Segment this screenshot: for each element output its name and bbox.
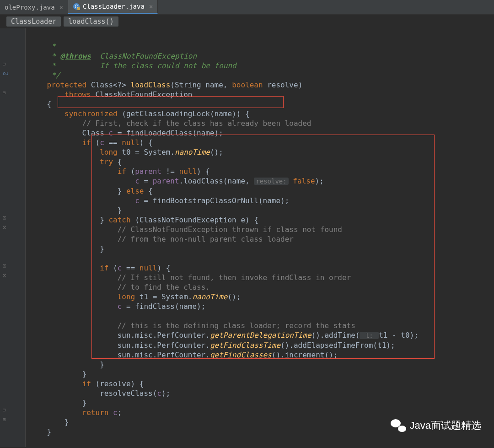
- variable: c: [100, 138, 104, 147]
- code-line: }: [47, 187, 126, 195]
- wechat-icon: [391, 419, 406, 432]
- code-line: }: [47, 206, 122, 215]
- tab-file-2[interactable]: C ClassLoader.java ×: [68, 0, 158, 14]
- java-class-icon: C: [73, 3, 80, 10]
- breadcrumb-method[interactable]: loadClass(): [64, 16, 118, 27]
- watermark: Java面试题精选: [391, 419, 481, 432]
- code-line: ==: [104, 138, 122, 147]
- fold-icon[interactable]: ⧖: [3, 272, 6, 278]
- keyword: if: [47, 379, 91, 388]
- code-line: (ClassNotFoundException e) {: [131, 216, 258, 224]
- fold-icon[interactable]: ⊟: [3, 90, 6, 96]
- code-line: {: [113, 157, 122, 166]
- method-italic: getParentDelegationTime: [210, 331, 311, 340]
- comment: // from the non-null parent class loader: [47, 235, 294, 243]
- code-line: sun.misc.PerfCounter.: [47, 351, 210, 359]
- code-line: }: [47, 418, 69, 426]
- code-line: = findBootstrapClassOrNull(name);: [140, 196, 290, 205]
- method-italic: getFindClassTime: [210, 341, 280, 350]
- code-line: =: [140, 177, 153, 185]
- keyword: synchronized: [47, 109, 118, 118]
- keyword: long: [47, 292, 135, 301]
- code-line: t1 - t0);: [379, 331, 419, 340]
- fold-icon[interactable]: ⊟: [3, 416, 6, 422]
- code-line: ClassNotFoundException: [91, 90, 193, 99]
- code-line: ) {: [140, 138, 153, 147]
- javadoc-tag: @throws: [60, 52, 91, 60]
- code-line: resolve): [263, 81, 303, 89]
- code-line: (: [108, 264, 117, 272]
- comment: // this is the defining class loader; re…: [47, 321, 355, 330]
- keyword: null: [179, 167, 197, 176]
- tab-label: ClassLoader.java: [83, 3, 145, 10]
- code-line: {: [144, 187, 152, 195]
- code-editor[interactable]: * * @throws ClassNotFoundException * If …: [26, 28, 494, 447]
- code-line: ().addTime(: [311, 331, 360, 340]
- field: parent: [153, 177, 179, 185]
- code-line: *: [47, 42, 56, 51]
- variable: c: [47, 302, 122, 311]
- code-line: }: [47, 370, 87, 378]
- code-line: {: [47, 100, 52, 108]
- inlay-hint: resolve:: [254, 178, 288, 185]
- code-line: ();: [210, 148, 223, 157]
- comment: // First, check if the class has already…: [47, 119, 311, 128]
- breadcrumb-bar: ClassLoader loadClass(): [0, 15, 494, 28]
- comment: // to find the class.: [47, 283, 210, 291]
- fold-icon[interactable]: ⊟: [3, 407, 6, 413]
- comment: // If still not found, then invoke findC…: [47, 273, 351, 282]
- tab-label: oleProxy.java: [5, 4, 55, 11]
- keyword: if: [47, 138, 91, 147]
- fold-icon[interactable]: ⊟: [3, 61, 6, 67]
- method-name: loadClass: [131, 81, 171, 89]
- code-line: );: [161, 389, 170, 398]
- code-line: *: [47, 52, 60, 60]
- code-line: ().increment();: [272, 351, 338, 359]
- keyword: null: [140, 264, 157, 272]
- fold-icon[interactable]: ⧖: [3, 263, 6, 269]
- inlay-hint: l:: [360, 332, 379, 339]
- code-line: ;: [118, 408, 122, 417]
- code-line: sun.misc.PerfCounter.: [47, 341, 210, 350]
- code-line: *: [47, 61, 56, 70]
- keyword: try: [47, 157, 113, 166]
- field: parent: [135, 167, 161, 176]
- keyword: else: [126, 187, 144, 195]
- editor-area: o↓ ⊟ ⊟ ⧖ ⧖ ⧖ ⧖ ⊟ ⊟ * * @throws ClassNotF…: [0, 28, 494, 447]
- code-line: sun.misc.PerfCounter.: [47, 331, 210, 340]
- code-line: ) {: [157, 264, 170, 272]
- code-line: }: [47, 399, 87, 407]
- fold-icon[interactable]: ⧖: [3, 224, 6, 230]
- code-line: = findClass(name);: [122, 302, 205, 311]
- keyword: if: [47, 167, 126, 176]
- override-icon[interactable]: o↓: [3, 70, 9, 76]
- code-line: t0 = System.: [118, 148, 175, 157]
- tab-file-1[interactable]: oleProxy.java ×: [0, 0, 68, 14]
- code-line: ==: [122, 264, 140, 272]
- keyword: long: [47, 148, 118, 157]
- keyword: throws: [47, 90, 91, 99]
- code-line: resolveClass(: [47, 389, 157, 398]
- code-line: );: [315, 177, 324, 185]
- code-line: }: [47, 244, 104, 253]
- code-line: (getClassLoadingLock(name)) {: [118, 109, 250, 118]
- keyword: null: [122, 138, 140, 147]
- code-line: */: [47, 71, 60, 80]
- breadcrumb-class[interactable]: ClassLoader: [6, 16, 61, 27]
- keyword: boolean: [232, 81, 263, 89]
- close-icon[interactable]: ×: [149, 3, 153, 10]
- code-line: ) {: [197, 167, 210, 176]
- method-italic: nanoTime: [192, 292, 227, 301]
- fold-icon[interactable]: ⧖: [3, 215, 6, 221]
- code-line: (resolve) {: [91, 379, 144, 388]
- code-line: (String name,: [170, 81, 232, 89]
- gutter[interactable]: o↓ ⊟ ⊟ ⧖ ⧖ ⧖ ⧖ ⊟ ⊟: [0, 28, 26, 447]
- code-line: ClassNotFoundException: [91, 52, 197, 60]
- method-italic: nanoTime: [175, 148, 210, 157]
- code-line: ();: [227, 292, 241, 301]
- method-italic: getFindClasses: [210, 351, 272, 359]
- keyword: return: [47, 408, 109, 417]
- close-icon[interactable]: ×: [59, 4, 63, 11]
- variable: c: [47, 177, 140, 185]
- editor-tabs: oleProxy.java × C ClassLoader.java ×: [0, 0, 494, 15]
